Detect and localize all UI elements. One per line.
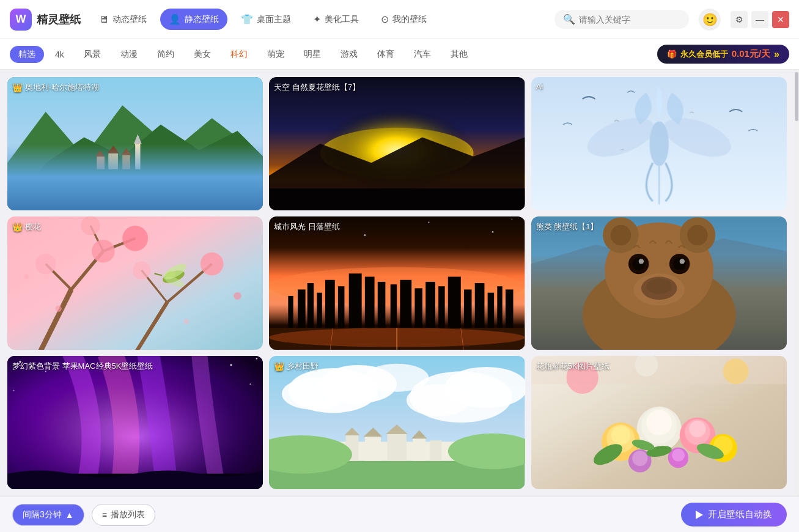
- svg-rect-59: [438, 286, 444, 328]
- svg-point-31: [81, 216, 100, 235]
- crown-icon-8: 👑: [274, 361, 284, 371]
- vip-price: 0.01元/天: [732, 48, 770, 60]
- cat-4k[interactable]: 4k: [46, 46, 73, 62]
- svg-rect-63: [488, 293, 494, 328]
- cat-game[interactable]: 游戏: [332, 46, 366, 63]
- svg-rect-61: [464, 289, 472, 328]
- content-area: 👑 奥地利·哈尔施塔特湖: [0, 70, 799, 497]
- svg-point-33: [35, 254, 56, 274]
- svg-point-92: [633, 273, 685, 305]
- svg-point-137: [672, 449, 685, 462]
- star-icon: ✦: [313, 13, 321, 25]
- interval-button[interactable]: 间隔3分钟 ▲: [12, 504, 84, 526]
- wallpaper-label-3: Ai: [536, 82, 543, 91]
- interval-label: 间隔3分钟: [23, 509, 62, 520]
- svg-rect-51: [338, 286, 344, 328]
- wallpaper-grid: 👑 奥地利·哈尔施塔特湖: [0, 70, 794, 497]
- svg-point-35: [133, 261, 150, 279]
- auto-change-button[interactable]: 开启壁纸自动换: [681, 503, 787, 526]
- logo-icon: W: [10, 9, 32, 31]
- svg-rect-50: [325, 280, 335, 328]
- nav-my[interactable]: ⊙ 我的壁纸: [372, 9, 435, 30]
- svg-point-98: [230, 364, 232, 366]
- window-controls: ⚙ — ✕: [731, 11, 789, 28]
- svg-point-30: [92, 240, 115, 263]
- svg-rect-58: [426, 282, 436, 328]
- scrollbar[interactable]: [794, 70, 799, 497]
- svg-point-110: [365, 364, 429, 392]
- wallpaper-label-2: 天空 自然夏花壁纸【7】: [274, 82, 360, 93]
- up-arrow-icon: ▲: [65, 510, 74, 520]
- nav-beauty[interactable]: ✦ 美化工具: [304, 9, 367, 30]
- svg-rect-65: [506, 289, 514, 328]
- crown-icon: 👑: [12, 83, 23, 92]
- close-button[interactable]: ✕: [772, 11, 789, 28]
- wallpaper-item-9[interactable]: 花瓶鲜花5K图片壁纸: [531, 356, 787, 489]
- svg-point-34: [201, 253, 224, 276]
- close-icon: ✕: [777, 15, 784, 24]
- nav-dynamic[interactable]: 🖥 动态壁纸: [90, 9, 155, 30]
- svg-rect-53: [365, 277, 375, 328]
- nav-desktop[interactable]: 👕 桌面主题: [232, 9, 300, 30]
- list-icon: ≡: [102, 510, 107, 520]
- cat-star[interactable]: 明星: [295, 46, 330, 63]
- svg-point-73: [429, 222, 430, 223]
- scrollbar-thumb[interactable]: [795, 72, 798, 121]
- cat-other[interactable]: 其他: [442, 46, 476, 63]
- svg-point-20: [649, 121, 668, 166]
- cat-anime[interactable]: 动漫: [112, 46, 146, 63]
- cat-featured[interactable]: 精选: [10, 46, 44, 63]
- gear-icon: ⚙: [735, 15, 743, 24]
- wallpaper-item-4[interactable]: 👑 樱花: [7, 216, 263, 350]
- cat-simple[interactable]: 简约: [149, 46, 183, 63]
- cat-scenery[interactable]: 风景: [75, 46, 109, 63]
- svg-rect-56: [400, 280, 412, 328]
- nav-static[interactable]: 👤 静态壁纸: [160, 9, 227, 30]
- wallpaper-label-4: 👑 樱花: [12, 221, 41, 232]
- svg-point-99: [249, 383, 251, 385]
- cat-sport[interactable]: 体育: [369, 46, 403, 63]
- svg-rect-64: [498, 286, 503, 328]
- svg-rect-46: [289, 296, 293, 328]
- svg-point-127: [646, 410, 672, 435]
- svg-point-75: [512, 219, 513, 220]
- svg-rect-8: [122, 155, 130, 169]
- wallpaper-item-1[interactable]: 👑 奥地利·哈尔施塔特湖: [7, 77, 263, 210]
- wallpaper-item-3[interactable]: Ai: [531, 77, 787, 210]
- crown-icon-4: 👑: [12, 222, 23, 232]
- settings-button[interactable]: ⚙: [731, 11, 748, 28]
- svg-point-86: [632, 257, 645, 270]
- minimize-icon: —: [756, 15, 764, 24]
- svg-point-72: [364, 234, 366, 236]
- wallpaper-item-5[interactable]: 城市风光 日落壁纸: [269, 216, 525, 350]
- wallpaper-item-6[interactable]: 熊类 熊壁纸【1】: [531, 216, 787, 350]
- svg-rect-49: [317, 293, 322, 328]
- wallpaper-label-6: 熊类 熊壁纸【1】: [536, 221, 598, 232]
- wallpaper-item-2[interactable]: 天空 自然夏花壁纸【7】: [269, 77, 525, 210]
- bottom-bar: 间隔3分钟 ▲ ≡ 播放列表 开启壁纸自动换: [0, 497, 799, 532]
- svg-point-87: [673, 257, 686, 270]
- svg-rect-0: [7, 77, 263, 210]
- svg-point-37: [184, 319, 189, 324]
- svg-rect-62: [475, 283, 485, 328]
- svg-point-101: [256, 358, 258, 360]
- minimize-button[interactable]: —: [751, 11, 768, 28]
- wallpaper-label-8: 👑 乡村田野: [274, 361, 318, 372]
- cat-car[interactable]: 汽车: [405, 46, 440, 63]
- cat-beauty[interactable]: 美女: [185, 46, 219, 63]
- svg-point-36: [55, 306, 61, 312]
- svg-rect-52: [349, 273, 362, 328]
- vip-banner[interactable]: 🎁 永久会员低于 0.01元/天 »: [657, 45, 789, 64]
- app-title: 精灵壁纸: [37, 12, 81, 27]
- playlist-label: 播放列表: [111, 509, 145, 520]
- cat-scifi[interactable]: 科幻: [222, 46, 256, 63]
- wallpaper-item-8[interactable]: 👑 乡村田野: [269, 356, 525, 489]
- playlist-button[interactable]: ≡ 播放列表: [92, 504, 155, 526]
- smiley-icon: 🙂: [702, 12, 718, 27]
- wallpaper-item-7[interactable]: 梦幻紫色背景 苹果MAC经典5K壁纸壁纸: [7, 356, 263, 489]
- svg-rect-6: [108, 153, 118, 169]
- svg-rect-116: [413, 438, 426, 461]
- avatar-button[interactable]: 🙂: [699, 9, 721, 31]
- search-input[interactable]: [579, 15, 680, 24]
- cat-cute[interactable]: 萌宠: [259, 46, 293, 63]
